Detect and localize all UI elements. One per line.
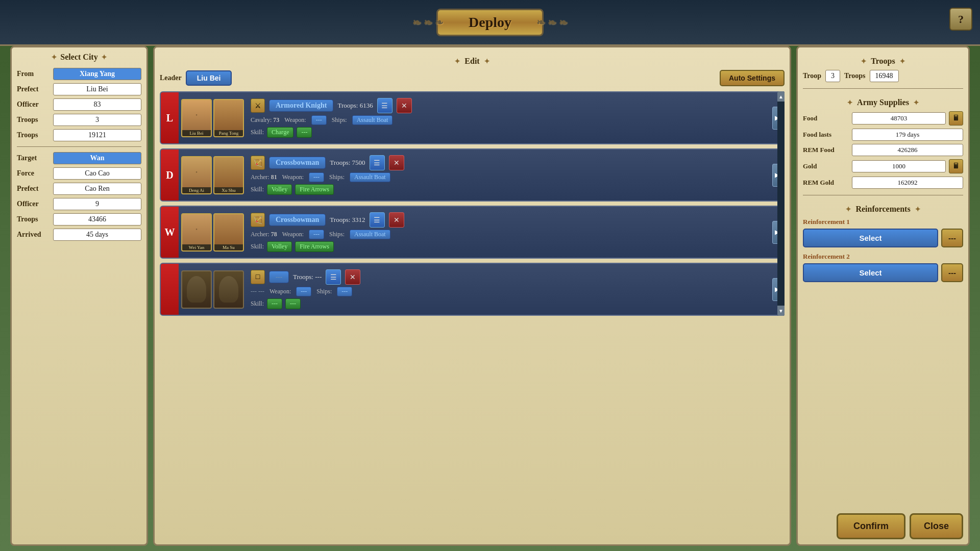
divider-right-2 [803,195,963,195]
troop-count-value: 3 [825,70,840,82]
troop-card-2: W ● Wei Yan Ma Su 🏹 Crossbowman Troops: … [160,206,785,259]
troops-label-1: Troops [17,116,50,124]
help-button[interactable]: ? [949,8,972,31]
troop-details: Archer: 78 Weapon: --- Ships: Assault Bo… [251,230,767,239]
reinf2-select-button[interactable]: Select [803,263,938,282]
troop-list-btn-0[interactable]: ☰ [377,98,393,113]
food-row: Food 48703 🖩 [803,111,963,126]
troop-flag-2: W [161,207,179,258]
target-troops-row: Troops 43466 [17,213,141,226]
scroll-down-btn[interactable]: ▼ [777,306,785,316]
close-button[interactable]: Close [910,513,963,539]
troop-icon: □ [251,270,265,284]
troops-value-1: 3 [53,114,141,126]
confirm-button[interactable]: Confirm [837,513,905,539]
target-officer-row: Officer 9 [17,198,141,210]
troop-list: L ● Liu Bei Pang Tong ⚔ Armored Knight T… [160,91,785,316]
prefect-value: Liu Bei [53,83,141,95]
troop-list-btn-3[interactable]: ☰ [326,269,341,285]
reinf1-select-button[interactable]: Select [803,229,938,247]
troop-close-btn-1[interactable]: ✕ [389,155,404,170]
reinf2-dash-button[interactable]: --- [941,263,963,282]
rem-food-label: REM Food [803,146,849,154]
reinf1-dash-button[interactable]: --- [941,229,963,247]
prefect-label: Prefect [17,85,50,93]
avatar-name-2: Xu Shu [214,187,243,193]
weapon-val: --- [296,287,311,296]
left-panel: ✦ Select City ✦ From Xiang Yang Prefect … [10,46,148,546]
target-officer-value: 9 [53,198,141,210]
rem-gold-value: 162092 [852,177,963,189]
target-troops-value: 43466 [53,213,141,226]
rem-food-value: 426286 [852,144,963,156]
food-lasts-label: Food lasts [803,131,849,139]
troop-info-1: 🏹 Crossbowman Troops: 7500 ☰ ✕ Archer: 8… [247,153,771,197]
leader-name-button[interactable]: Liu Bei [186,70,232,86]
skill-row: Skill: VolleyFire Arrows [251,184,767,195]
reinf2-row: Select --- [803,263,963,282]
target-label: Target [17,154,50,162]
troop-type-name: Armored Knight [269,99,333,112]
bottom-actions: Confirm Close [837,513,963,539]
target-prefect-row: Prefect Cao Ren [17,183,141,195]
skill-tag: Fire Arrows [295,241,334,252]
skill-tag: Fire Arrows [295,184,334,195]
skill-tag: Charge [267,127,293,138]
ships-val: --- [337,287,352,296]
target-officer-label: Officer [17,200,50,208]
prefect-row: Prefect Liu Bei [17,83,141,95]
from-city-value: Xiang Yang [53,68,141,80]
reinforcements-header: ✦ Reinforcements ✦ [803,201,963,218]
troop-type-row: 🏹 Crossbowman Troops: 3312 ☰ ✕ [251,212,767,228]
auto-settings-button[interactable]: Auto Settings [720,70,785,86]
arrived-label: Arrived [17,231,50,239]
arrived-value: 45 days [53,229,141,241]
troop-card-0: L ● Liu Bei Pang Tong ⚔ Armored Knight T… [160,91,785,144]
weapon-val: --- [311,115,327,125]
leader-label: Leader [160,74,182,82]
troop-flag-3 [161,264,179,315]
troop-close-btn-3[interactable]: ✕ [345,269,360,285]
troops-row-1: Troops 3 [17,114,141,126]
troop-card-1: D ● Deng Ai Xu Shu 🏹 Crossbowman Troops:… [160,148,785,202]
divider-1 [17,146,141,147]
troop-close-btn-0[interactable]: ✕ [397,98,412,113]
food-calc-button[interactable]: 🖩 [949,111,963,126]
page-title: Deploy [469,14,511,30]
rem-food-row: REM Food 426286 [803,144,963,156]
middle-panel: ✦ Edit ✦ Leader Liu Bei Auto Settings L … [153,46,791,546]
avatar-1: ● Deng Ai [181,156,212,194]
avatar-2: Pang Tong [213,99,244,137]
scroll-indicator[interactable]: ▲ ▼ [777,91,785,316]
troop-icon: 🏹 [251,213,265,227]
troop-flag-1: D [161,149,179,201]
divider-right-1 [803,88,963,89]
troop-flag-0: L [161,92,179,143]
arrived-row: Arrived 45 days [17,229,141,241]
skill-tag: --- [285,298,301,309]
troop-details: --- --- Weapon: --- Ships: --- [251,287,767,296]
gold-calc-button[interactable]: 🖩 [949,159,963,173]
title-ornament-right: ❧ ❧ ❧ [536,16,568,29]
troop-details: Cavalry: 73 Weapon: --- Ships: Assault B… [251,115,767,125]
weapon-val: --- [309,172,324,182]
troop-close-btn-2[interactable]: ✕ [389,212,404,228]
leader-section: Leader Liu Bei [160,70,232,86]
troops-value-2: 19121 [53,129,141,141]
reinforcements-section: ✦ Reinforcements ✦ Reinforcement 1 Selec… [803,201,963,282]
edit-controls: Leader Liu Bei Auto Settings [160,70,785,86]
army-supplies-header: ✦ Army Supplies ✦ [803,94,963,111]
troop-list-btn-2[interactable]: ☰ [370,212,385,228]
reinforcement-2: Reinforcement 2 Select --- [803,253,963,282]
scroll-up-btn[interactable]: ▲ [777,91,785,102]
reinforcement-1: Reinforcement 1 Select --- [803,218,963,247]
food-label: Food [803,114,849,122]
troop-info-2: 🏹 Crossbowman Troops: 3312 ☰ ✕ Archer: 7… [247,210,771,255]
top-banner: ❧ ❧ ❧ Deploy ❧ ❧ ❧ ? [0,0,980,46]
troop-avatars-3 [179,268,247,311]
skill-tag: Volley [267,241,292,252]
skill-row: Skill: VolleyFire Arrows [251,241,767,252]
edit-header: ✦ Edit ✦ [160,53,785,70]
troop-list-btn-1[interactable]: ☰ [370,155,385,170]
army-supplies-section: ✦ Army Supplies ✦ Food 48703 🖩 Food last… [803,94,963,189]
